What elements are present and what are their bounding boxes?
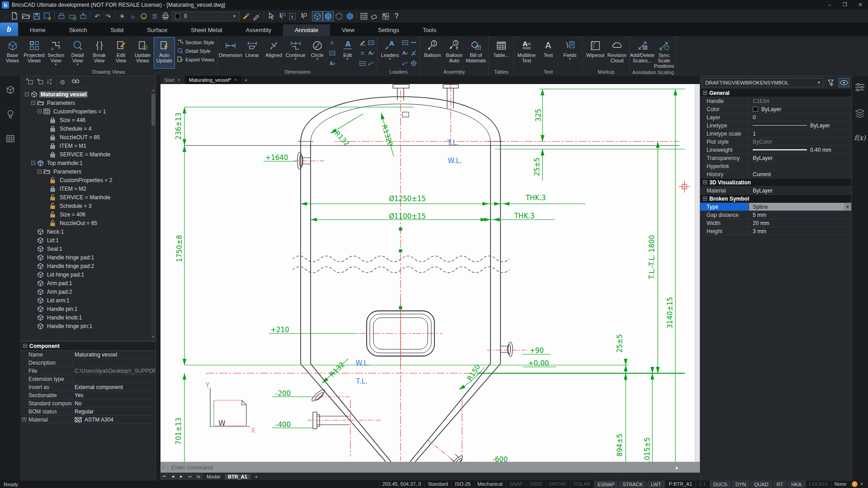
- ribbon-button-revision-cloud[interactable]: RevisionCloud: [606, 37, 627, 69]
- tree-item-lid-hinge-pad-1[interactable]: Lid hinge pad:1: [21, 270, 156, 279]
- select-display-icon[interactable]: [839, 78, 849, 87]
- properties-section-broken-symbol[interactable]: −Broken Symbol: [700, 195, 851, 203]
- ribbon-tab-home[interactable]: Home: [18, 24, 57, 36]
- ribbon-button-projected-views[interactable]: ProjectedViews: [24, 37, 45, 69]
- replace-component-icon[interactable]: [36, 78, 44, 86]
- tree-scrollbar[interactable]: ▲▼: [151, 89, 156, 340]
- ribbon-small-sl5-icon[interactable]: [410, 49, 417, 58]
- status-toggle-quad[interactable]: QUAD: [750, 481, 772, 488]
- tree-item-parameters[interactable]: −Parameters: [21, 167, 156, 176]
- ribbon-small-sl6-icon[interactable]: [410, 60, 417, 69]
- table-panel-icon[interactable]: [5, 134, 15, 145]
- new-document-tab-button[interactable]: +: [242, 77, 250, 83]
- status-toggle-p-btr-a1[interactable]: P:BTR_A1: [665, 481, 695, 488]
- qat-save-as-icon[interactable]: [42, 11, 53, 21]
- component-panel-header[interactable]: − Component: [21, 342, 156, 351]
- qat-select-bulb-icon[interactable]: [298, 11, 309, 21]
- ribbon-tab-sheet-metal[interactable]: Sheet Metal: [179, 24, 234, 36]
- add-layout-button[interactable]: +: [252, 474, 261, 479]
- tree-item-nozzleout-65[interactable]: NozzleOut = 65: [21, 219, 156, 227]
- ribbon-tab-solid[interactable]: Solid: [99, 24, 135, 36]
- qat-edit-pencil-icon[interactable]: [251, 11, 262, 21]
- property-value[interactable]: ByLayer: [749, 154, 851, 162]
- tree-item-handle-hinge-pad-2[interactable]: Handle hinge pad:2: [21, 262, 156, 270]
- ribbon-small-sd2-icon[interactable]: A: [368, 49, 375, 58]
- status-toggle-ducs[interactable]: DUCS: [710, 481, 731, 488]
- assistant-icon[interactable]: i: [852, 481, 858, 487]
- ribbon-tab-assembly[interactable]: Assembly: [234, 24, 283, 36]
- first-layout-button[interactable]: ⏮: [160, 474, 168, 479]
- ribbon-small-sl3-icon[interactable]: [401, 60, 409, 69]
- status-toggle-dyn[interactable]: DYN: [732, 481, 750, 488]
- status-toggle-grid[interactable]: GRID: [526, 481, 546, 488]
- ribbon-button-auto-update[interactable]: AutoUpdate: [154, 37, 175, 69]
- tree-item-neck-1[interactable]: Neck:1: [21, 227, 156, 236]
- status-toggle-esnap[interactable]: ESNAP: [594, 481, 618, 488]
- close-icon[interactable]: ✕: [177, 78, 181, 82]
- ribbon-button-wipeout[interactable]: Wipeout: [585, 37, 606, 69]
- command-line[interactable]: ⁞⁞ : Enter command ▲: [160, 462, 700, 473]
- qat-help-icon[interactable]: ?: [391, 11, 402, 21]
- ribbon-button-add-delete-scales[interactable]: Add/DeleteScales...: [632, 37, 653, 69]
- qat-select-cursor-icon[interactable]: [265, 11, 276, 21]
- layer-dropdown[interactable]: 0 ▼: [172, 12, 240, 21]
- property-value[interactable]: 0: [749, 113, 851, 121]
- ribbon-button-linear[interactable]: Linear: [241, 37, 263, 69]
- ribbon-small-sb1-icon[interactable]: [359, 39, 366, 48]
- status-toggle-lockui[interactable]: LOCKUI: [806, 481, 831, 488]
- ribbon-button-update-views[interactable]: UpdateViews: [132, 37, 153, 69]
- crosshair-widget[interactable]: [679, 181, 690, 192]
- ribbon-tab-tools[interactable]: Tools: [411, 24, 448, 36]
- tree-item-handle-hinge-pad-1[interactable]: Handle hinge pad:1: [21, 253, 156, 262]
- property-value[interactable]: 5 mm: [749, 211, 851, 219]
- qat-eraser-icon[interactable]: [369, 11, 380, 21]
- status-toggle-mechanical[interactable]: Mechanical: [474, 481, 506, 488]
- qat-select-brush-icon[interactable]: [276, 11, 287, 21]
- tree-item-schedule-3[interactable]: Schedule = 3: [21, 202, 156, 210]
- component-row-value[interactable]: Yes: [72, 391, 156, 399]
- tree-item-lid-arm-1[interactable]: Lid arm:1: [21, 296, 156, 305]
- tree-item-nozzleout-85[interactable]: NozzleOUT = 85: [21, 133, 156, 141]
- ribbon-button-text[interactable]: AText: [538, 37, 559, 69]
- properties-panel-icon[interactable]: [854, 82, 865, 94]
- property-value[interactable]: [749, 162, 851, 170]
- qat-publish-icon[interactable]: [78, 11, 89, 21]
- qat-open-file-icon[interactable]: [20, 11, 31, 21]
- search-icon[interactable]: [71, 78, 80, 86]
- insert-component-icon[interactable]: [26, 78, 33, 86]
- chevron-down-icon[interactable]: ▼: [860, 482, 863, 486]
- ribbon-button-edit-view[interactable]: EditView: [110, 37, 132, 69]
- expand-icon[interactable]: +: [22, 418, 26, 422]
- selection-dropdown[interactable]: DRAFTINGVIEWBROKENSYMBOL ▼: [702, 78, 824, 87]
- status-toggle-snap[interactable]: SNAP: [506, 481, 526, 488]
- qat-view-sphere-icon[interactable]: [344, 11, 355, 21]
- component-row-value[interactable]: C:\Users\ilyat\Desktop\!_SUPPORT\: [72, 367, 156, 375]
- tree-item-size-406[interactable]: Size = 406: [21, 210, 156, 219]
- status-toggle-ortho[interactable]: ORTHO: [545, 481, 570, 488]
- ribbon-tab-sketch[interactable]: Sketch: [57, 24, 99, 36]
- qat-bulb-icon[interactable]: ☀: [117, 11, 127, 21]
- properties-section-3d-visualization[interactable]: −3D Visualization: [700, 178, 851, 187]
- ribbon-small-sc1-icon[interactable]: ±: [329, 39, 336, 48]
- qat-sun-icon[interactable]: ☼: [127, 11, 138, 21]
- tree-item-size-446[interactable]: Size = 446: [21, 116, 156, 124]
- ribbon-button-break-view[interactable]: BreakView: [89, 37, 110, 69]
- ribbon-button-fields[interactable]: Fields▼: [559, 37, 580, 69]
- property-value[interactable]: 3 mm: [749, 227, 851, 235]
- status-toggle-lwt[interactable]: LWT: [647, 481, 665, 488]
- ribbon-button-section-style[interactable]: Section Style: [175, 38, 216, 47]
- ribbon-small-sl4-icon[interactable]: [410, 39, 417, 48]
- tree-item-handle-pin-1[interactable]: Handle pin:1: [21, 305, 156, 313]
- tree-item-customproperties-1[interactable]: −CustomProperties = 1: [21, 107, 156, 116]
- status-toggle-iso-25[interactable]: ISO-25: [451, 481, 474, 488]
- collapse-icon[interactable]: −: [31, 161, 35, 165]
- property-value[interactable]: Current: [749, 170, 851, 178]
- ribbon-button-circle[interactable]: Circle▼: [307, 37, 328, 69]
- ribbon-small-sb2-icon[interactable]: ±: [359, 49, 366, 58]
- status-toggle-1-1[interactable]: 1:1: [695, 481, 709, 488]
- ribbon-button-detail-view[interactable]: DetailView▼: [67, 37, 88, 69]
- ribbon-button-detail-style[interactable]: Detail Style: [175, 47, 216, 55]
- maximize-button[interactable]: ❒: [837, 0, 853, 10]
- ribbon-tab-settings[interactable]: Settings: [366, 24, 411, 36]
- status-toggle-hka[interactable]: HKA: [788, 481, 805, 488]
